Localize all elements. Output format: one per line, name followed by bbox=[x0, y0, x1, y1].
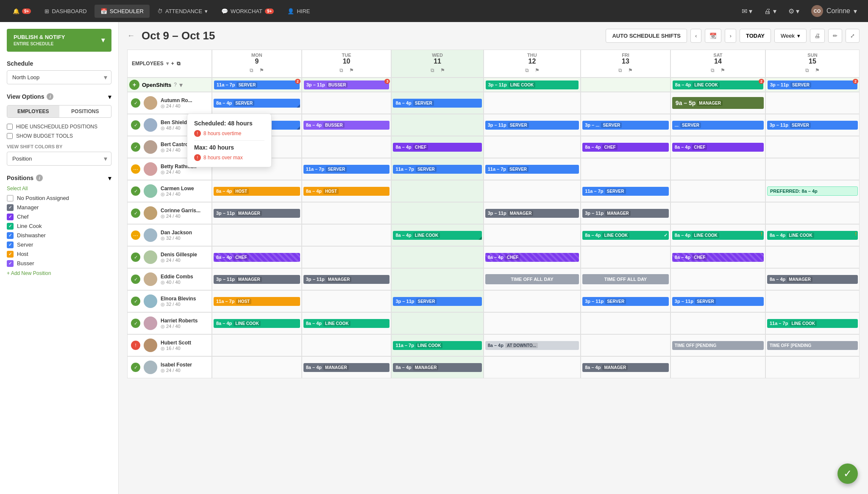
settings-btn[interactable]: ⚙ ▾ bbox=[784, 5, 804, 18]
positions-toggle-btn[interactable]: POSITIONS bbox=[59, 105, 111, 117]
email-btn[interactable]: ✉ ▾ bbox=[737, 5, 757, 18]
auto-schedule-button[interactable]: AUTO SCHEDULE SHIFTS bbox=[606, 29, 687, 43]
copy-day-btn[interactable]: ⧉ bbox=[337, 66, 346, 75]
shift-cell[interactable]: 3p – 11p SERVER bbox=[581, 290, 670, 312]
location-selector[interactable]: North Loop ▾ bbox=[7, 70, 111, 84]
shift-cell[interactable]: 3p – 11p SERVER bbox=[391, 290, 483, 312]
expand-button[interactable]: ⤢ bbox=[846, 29, 860, 43]
shift-cell[interactable]: 8a – 4p BUSSER bbox=[302, 114, 392, 136]
select-all-link[interactable]: Select All bbox=[7, 186, 111, 191]
position-linecook-checkbox[interactable] bbox=[7, 223, 14, 230]
shift-cell[interactable]: 3p – 11p SERVER bbox=[765, 114, 860, 136]
view-options-toggle[interactable]: View Options i ▾ bbox=[7, 93, 111, 101]
shift-cell[interactable]: 8a – 4p MANAGER bbox=[302, 356, 392, 378]
shift-color-select[interactable]: Position bbox=[7, 152, 111, 166]
add-position-link[interactable]: + Add New Position bbox=[7, 270, 111, 276]
shift-cell[interactable]: 8a – 4p MANAGER bbox=[581, 356, 670, 378]
copy-icon[interactable]: ⧉ bbox=[177, 61, 181, 67]
add-employee-icon[interactable]: + bbox=[171, 61, 174, 67]
position-busser-checkbox[interactable] bbox=[7, 260, 14, 267]
copy-day-btn[interactable]: ⧉ bbox=[616, 66, 625, 75]
shift-cell[interactable]: 8a – 4p LINE COOK ! bbox=[765, 224, 860, 246]
prev-week-button[interactable]: ‹ bbox=[690, 29, 701, 43]
flag-day-btn[interactable]: ⚑ bbox=[438, 66, 447, 75]
shift-cell[interactable]: 8a – 4p CHEF bbox=[670, 246, 765, 268]
location-select[interactable]: North Loop bbox=[7, 70, 111, 84]
positions-header[interactable]: Positions i ▾ bbox=[7, 174, 111, 182]
pos-btn[interactable]: 🖨 ▾ bbox=[760, 5, 780, 18]
edit-button[interactable]: ✏ bbox=[828, 29, 842, 43]
copy-day-btn[interactable]: ⧉ bbox=[248, 66, 256, 75]
shift-cell[interactable]: 3p – 11p SERVER bbox=[484, 114, 581, 136]
position-host-checkbox[interactable] bbox=[7, 251, 14, 258]
shift-cell[interactable]: 8a – 4p HOST bbox=[302, 180, 392, 202]
copy-day-btn[interactable]: ⧉ bbox=[428, 66, 437, 75]
shift-cell[interactable]: 11a – 7p SERVER bbox=[302, 158, 392, 180]
print-button[interactable]: 🖨 bbox=[810, 29, 825, 43]
flag-day-btn[interactable]: ⚑ bbox=[719, 66, 727, 75]
shift-cell[interactable]: 11a – 7p HOST bbox=[212, 290, 302, 312]
employees-toggle-btn[interactable]: EMPLOYEES bbox=[7, 105, 59, 117]
open-shift-sat[interactable]: 8a – 4p LINE COOK 2 bbox=[670, 78, 765, 92]
shift-cell[interactable]: 8a – 4p CHEF bbox=[670, 136, 765, 158]
show-budget-checkbox[interactable] bbox=[7, 133, 13, 139]
shift-cell[interactable]: 8a – 4p CHEF bbox=[484, 246, 581, 268]
shift-cell[interactable]: 8a – 4p MANAGER bbox=[391, 356, 483, 378]
open-shift-tue[interactable]: 3p – 11p BUSSER 3 bbox=[302, 78, 392, 92]
copy-day-btn[interactable]: ⧉ bbox=[803, 66, 812, 75]
shift-cell[interactable]: 3p – 11p MANAGER bbox=[212, 268, 302, 290]
open-shift-sun[interactable]: 3p – 11p SERVER 2 bbox=[765, 78, 860, 92]
shift-cell[interactable]: 8a – 4p LINE COOK bbox=[212, 312, 302, 334]
week-select-button[interactable]: Week ▾ bbox=[774, 29, 807, 43]
shift-cell[interactable]: 8a – 4p CHEF bbox=[581, 136, 670, 158]
today-button[interactable]: TODAY bbox=[740, 29, 771, 43]
nav-notifications[interactable]: 🔔 9+ bbox=[7, 5, 37, 18]
shift-color-selector[interactable]: Position ▾ bbox=[7, 152, 111, 166]
shift-cell[interactable]: 8a – 4p CHEF bbox=[212, 246, 302, 268]
copy-day-btn[interactable]: ⧉ bbox=[523, 66, 531, 75]
calendar-picker-button[interactable]: 📆 bbox=[705, 29, 721, 43]
shift-cell[interactable]: PREFERRED: 8a – 4p bbox=[765, 180, 860, 202]
shift-cell[interactable]: 3p – 11p MANAGER bbox=[581, 202, 670, 224]
shift-cell[interactable]: 3p – 11p SERVER bbox=[670, 290, 765, 312]
flag-day-btn[interactable]: ⚑ bbox=[813, 66, 822, 75]
publish-notify-button[interactable]: PUBLISH & NOTIFY ENTIRE SCHEDULE ▾ bbox=[7, 29, 111, 52]
nav-dashboard[interactable]: ⊞ DASHBOARD bbox=[39, 5, 92, 18]
flag-day-btn[interactable]: ⚑ bbox=[533, 66, 541, 75]
shift-cell[interactable]: 11a – 7p LINE COOK bbox=[765, 312, 860, 334]
shift-cell[interactable]: 8a – 4p AT DOWNTO... bbox=[484, 334, 581, 356]
back-arrow-icon[interactable]: ← bbox=[127, 31, 135, 40]
position-manager-checkbox[interactable] bbox=[7, 204, 14, 211]
position-server-checkbox[interactable] bbox=[7, 241, 14, 248]
shift-cell[interactable]: 8a – 4p LINE COOK ! bbox=[670, 224, 765, 246]
shift-cell[interactable]: ... SERVER bbox=[670, 114, 765, 136]
shift-cell[interactable]: 8a – 4p LINE COOK ✓ bbox=[581, 224, 670, 246]
fab-button[interactable]: ✓ bbox=[837, 463, 858, 484]
shift-cell[interactable]: 8a – 4p SERVER bbox=[212, 92, 302, 114]
next-week-button[interactable]: › bbox=[725, 29, 736, 43]
nav-scheduler[interactable]: 📅 SCHEDULER bbox=[95, 5, 150, 18]
shift-cell[interactable]: 11a – 7p SERVER bbox=[581, 180, 670, 202]
user-menu-btn[interactable]: CO Corinne ▾ bbox=[807, 3, 861, 19]
shift-cell[interactable]: 8a – 4p CHEF bbox=[391, 136, 483, 158]
shift-cell[interactable]: 8a – 4p LINE COOK bbox=[391, 224, 483, 246]
shift-cell[interactable]: 3p – 11p MANAGER bbox=[302, 268, 392, 290]
position-dishwasher-checkbox[interactable] bbox=[7, 232, 14, 239]
shift-cell[interactable]: 11a – 7p LINE COOK bbox=[391, 334, 483, 356]
nav-workchat[interactable]: 💬 WORKCHAT 9+ bbox=[215, 5, 280, 18]
shift-cell[interactable]: 11a – 7p SERVER bbox=[391, 158, 483, 180]
shift-cell[interactable]: 3p – 11p MANAGER bbox=[484, 202, 581, 224]
shift-cell[interactable]: 8a – 4p MANAGER bbox=[765, 268, 860, 290]
flag-day-btn[interactable]: ⚑ bbox=[348, 66, 356, 75]
chevron-down-icon[interactable]: ▾ bbox=[179, 81, 183, 89]
flag-day-btn[interactable]: ⚑ bbox=[626, 66, 635, 75]
nav-attendance[interactable]: ⏱ ATTENDANCE ▾ bbox=[151, 5, 214, 18]
open-shift-thu[interactable]: 3p – 11p LINE COOK bbox=[484, 78, 581, 92]
position-no-position-checkbox[interactable] bbox=[7, 195, 14, 202]
shift-cell[interactable]: 8a – 4p HOST bbox=[212, 180, 302, 202]
shift-cell[interactable]: 8a – 4p LINE COOK bbox=[302, 312, 392, 334]
open-shift-mon[interactable]: 11a – 7p SERVER 2 bbox=[212, 78, 302, 92]
copy-day-btn[interactable]: ⧉ bbox=[709, 66, 717, 75]
shift-cell[interactable]: 3p – 11p MANAGER bbox=[212, 202, 302, 224]
nav-hire[interactable]: 👤 HIRE bbox=[281, 5, 316, 18]
